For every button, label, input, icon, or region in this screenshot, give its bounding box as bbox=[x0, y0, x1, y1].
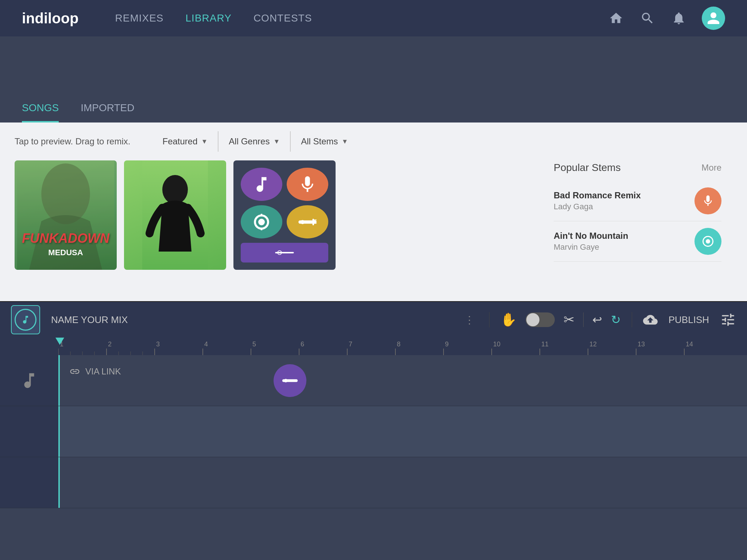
hero-area bbox=[0, 36, 747, 95]
filter-category[interactable]: Featured ▼ bbox=[152, 131, 218, 152]
divider bbox=[583, 312, 584, 327]
svg-text:5: 5 bbox=[252, 341, 256, 348]
svg-text:13: 13 bbox=[638, 341, 645, 348]
svg-point-16 bbox=[279, 252, 280, 253]
stem-play-btn-aint-no-mountain[interactable] bbox=[694, 228, 721, 255]
svg-point-55 bbox=[284, 379, 288, 382]
mixer-more-options[interactable]: ⋮ bbox=[464, 314, 475, 326]
svg-text:7: 7 bbox=[349, 341, 352, 348]
stem-mic-circle[interactable] bbox=[287, 168, 328, 201]
redo-icon[interactable]: ↻ bbox=[611, 313, 621, 327]
filter-stems[interactable]: All Stems ▼ bbox=[291, 131, 358, 152]
track-label-3 bbox=[0, 457, 58, 508]
playhead-line-2 bbox=[58, 406, 60, 457]
via-link-btn[interactable]: VIA LINK bbox=[69, 366, 121, 377]
stem-title-bad-romance: Bad Romance Remix bbox=[554, 190, 694, 201]
playhead-line-3 bbox=[58, 457, 60, 508]
popular-stems-header: Popular Stems More bbox=[554, 160, 721, 174]
via-link-label: VIA LINK bbox=[85, 366, 121, 377]
playhead-line bbox=[58, 355, 60, 406]
toggle-switch[interactable] bbox=[526, 312, 555, 327]
filter-instruction: Tap to preview. Drag to remix. bbox=[15, 136, 130, 147]
popular-stems-title: Popular Stems bbox=[554, 162, 621, 174]
track-row-1: VIA LINK bbox=[0, 355, 747, 406]
stem-list-item: Ain't No Mountain Marvin Gaye bbox=[554, 221, 721, 262]
song-card-funkadown[interactable]: FUNKADOWN MEDUSA bbox=[15, 160, 117, 270]
track-row-2 bbox=[0, 406, 747, 457]
more-link[interactable]: More bbox=[701, 163, 721, 173]
timeline-area: /* inline generation not allowed in SVG;… bbox=[0, 338, 747, 508]
tab-songs[interactable]: SONGS bbox=[22, 95, 59, 122]
publish-label: PUBLISH bbox=[669, 314, 709, 326]
stem-info: Ain't No Mountain Marvin Gaye bbox=[554, 231, 694, 252]
svg-rect-11 bbox=[313, 219, 317, 220]
svg-text:3: 3 bbox=[156, 341, 160, 348]
stem-artist-marvin-gaye: Marvin Gaye bbox=[554, 242, 694, 252]
stem-elec-guitar-circle[interactable] bbox=[241, 243, 328, 262]
stem-list-item: Bad Romance Remix Lady Gaga bbox=[554, 181, 721, 221]
app-logo: indiloop bbox=[22, 10, 79, 27]
track-content-1: VIA LINK bbox=[58, 355, 747, 406]
notification-icon[interactable] bbox=[670, 10, 687, 27]
chevron-down-icon: ▼ bbox=[342, 138, 348, 145]
playhead-arrow bbox=[55, 338, 64, 345]
stem-title-aint-no-mountain: Ain't No Mountain bbox=[554, 231, 694, 241]
stem-guitar-circle[interactable] bbox=[287, 205, 328, 238]
main-nav: REMIXES LIBRARY CONTESTS bbox=[115, 12, 312, 24]
svg-text:10: 10 bbox=[493, 341, 500, 348]
nav-remixes[interactable]: REMIXES bbox=[115, 12, 164, 24]
nav-contests[interactable]: CONTESTS bbox=[253, 12, 312, 24]
upload-icon[interactable] bbox=[643, 312, 658, 327]
chevron-down-icon: ▼ bbox=[201, 138, 208, 145]
svg-text:6: 6 bbox=[301, 341, 304, 348]
popular-stems-panel: Popular Stems More Bad Romance Remix Lad… bbox=[543, 160, 732, 294]
svg-text:2: 2 bbox=[108, 341, 112, 348]
filter-genre[interactable]: All Genres ▼ bbox=[218, 131, 291, 152]
filter-bar: Tap to preview. Drag to remix. Featured … bbox=[0, 122, 747, 160]
mix-name-input[interactable]: NAME YOUR MIX bbox=[51, 314, 450, 326]
song-card-stems[interactable] bbox=[233, 160, 336, 270]
search-icon[interactable] bbox=[639, 10, 656, 27]
svg-text:11: 11 bbox=[541, 341, 549, 348]
song-card-shia[interactable] bbox=[124, 160, 226, 270]
track-label-2 bbox=[0, 406, 58, 457]
scissors-tool-icon[interactable]: ✂ bbox=[564, 312, 574, 327]
stem-info: Bad Romance Remix Lady Gaga bbox=[554, 190, 694, 211]
header-actions bbox=[608, 7, 725, 30]
stem-play-btn-bad-romance[interactable] bbox=[694, 187, 721, 214]
toggle-knob bbox=[526, 313, 539, 326]
avatar[interactable] bbox=[702, 7, 725, 30]
funkadown-title: FUNKADOWN bbox=[22, 231, 109, 246]
svg-point-9 bbox=[301, 220, 305, 224]
mixer-bar: NAME YOUR MIX ⋮ ✋ ✂ ↩ ↻ PUBLISH bbox=[0, 301, 747, 338]
mixer-controls: ✋ ✂ ↩ ↻ bbox=[489, 312, 632, 327]
svg-point-5 bbox=[258, 219, 265, 225]
header: indiloop REMIXES LIBRARY CONTESTS bbox=[0, 0, 747, 36]
hand-tool-icon[interactable]: ✋ bbox=[500, 312, 517, 327]
svg-rect-13 bbox=[313, 223, 317, 223]
stem-artist-lady-gaga: Lady Gaga bbox=[554, 202, 694, 211]
track-label-1 bbox=[0, 355, 58, 406]
nav-library[interactable]: LIBRARY bbox=[186, 12, 232, 24]
library-tabs: SONGS IMPORTED bbox=[0, 95, 747, 122]
eq-icon[interactable] bbox=[720, 312, 736, 328]
svg-text:8: 8 bbox=[397, 341, 400, 348]
filter-category-label: Featured bbox=[162, 136, 197, 147]
svg-point-3 bbox=[162, 175, 188, 204]
song-cards-list: FUNKADOWN MEDUSA bbox=[15, 160, 543, 294]
publish-button[interactable]: PUBLISH bbox=[669, 314, 709, 326]
content-area: Tap to preview. Drag to remix. Featured … bbox=[0, 122, 747, 301]
track-row-3 bbox=[0, 457, 747, 508]
track-content-3 bbox=[58, 457, 747, 508]
tab-imported[interactable]: IMPORTED bbox=[81, 95, 134, 122]
stem-drums-circle[interactable] bbox=[241, 205, 282, 238]
stem-music-circle[interactable] bbox=[241, 168, 282, 201]
timeline-ruler: /* inline generation not allowed in SVG;… bbox=[0, 338, 747, 355]
undo-icon[interactable]: ↩ bbox=[592, 313, 602, 327]
chevron-down-icon: ▼ bbox=[273, 138, 280, 145]
filter-stems-label: All Stems bbox=[301, 136, 338, 147]
purple-stem-block[interactable] bbox=[274, 364, 306, 397]
home-icon[interactable] bbox=[608, 10, 624, 27]
medusa-subtitle: MEDUSA bbox=[22, 248, 109, 257]
filter-genre-label: All Genres bbox=[229, 136, 270, 147]
